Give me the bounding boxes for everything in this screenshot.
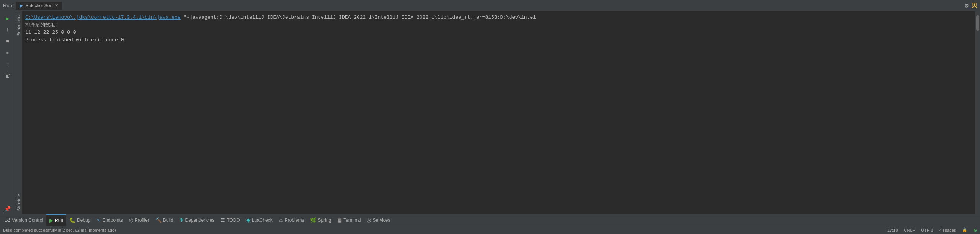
run-tab-icon: ▶	[20, 3, 23, 8]
scrollbar-thumb[interactable]	[976, 15, 979, 31]
line-ending[interactable]: CRLF	[904, 228, 915, 232]
status-bar: Build completed successfully in 2 sec, 6…	[0, 226, 980, 234]
title-bar-right: ⚙ 贝	[965, 2, 977, 10]
settings-icon[interactable]: ⚙	[965, 2, 969, 10]
todo-icon: ☰	[220, 217, 225, 223]
restore-layout-button[interactable]: ≡	[2, 59, 13, 70]
title-bar: Run: ▶ SelectionSort ✕ ⚙ 贝	[0, 0, 980, 11]
toolbar-services[interactable]: ◎ Services	[364, 214, 393, 226]
encoding[interactable]: UTF-8	[921, 228, 933, 232]
debug-label: Debug	[77, 218, 90, 223]
cursor-position[interactable]: 17:18	[887, 228, 898, 232]
main-area: ▶ ↑ ■ ⊞ ≡ 🗑 📌 Bookmarks Structure C:\Use…	[0, 11, 980, 214]
todo-label: TODO	[227, 218, 240, 223]
problems-icon: ⚠	[279, 217, 283, 223]
toolbar-endpoints[interactable]: ∿ Endpoints	[93, 214, 126, 226]
profiler-label: Profiler	[135, 218, 149, 223]
build-label: Build	[163, 218, 173, 223]
dependencies-icon: ❋	[180, 217, 184, 223]
left-sidebar: ▶ ↑ ■ ⊞ ≡ 🗑 📌	[0, 11, 15, 214]
title-bar-left: Run: ▶ SelectionSort ✕	[3, 2, 965, 10]
bookmarks-label[interactable]: Bookmarks	[15, 11, 22, 39]
lock-icon: 🔒	[962, 227, 967, 232]
toolbar-dependencies[interactable]: ❋ Dependencies	[176, 214, 218, 226]
toolbar-problems[interactable]: ⚠ Problems	[276, 214, 307, 226]
console-line-4: Process finished with exit code 0	[25, 36, 972, 44]
java-args: "-javaagent:D:\dev\intelliJ IDEA\Jetbrai…	[181, 14, 536, 21]
dump-threads-button[interactable]: ⊞	[2, 47, 13, 58]
toolbar-build[interactable]: 🔨 Build	[152, 214, 176, 226]
toolbar-version-control[interactable]: ⎇ Version Control	[2, 214, 46, 226]
build-icon: 🔨	[155, 217, 162, 223]
debug-icon: 🐛	[69, 217, 75, 223]
endpoints-icon: ∿	[96, 217, 101, 223]
terminal-label: Terminal	[343, 218, 361, 223]
run-tab-name: SelectionSort	[25, 3, 52, 8]
indent[interactable]: 4 spaces	[939, 228, 956, 232]
user-avatar: 贝	[972, 2, 977, 9]
services-label: Services	[372, 218, 390, 223]
close-output-button[interactable]: 🗑	[2, 70, 13, 81]
structure-label[interactable]: Structure	[15, 191, 22, 214]
endpoints-label: Endpoints	[102, 218, 122, 223]
run-button[interactable]: ▶	[2, 13, 13, 24]
toolbar-luacheck[interactable]: ◉ LuaCheck	[243, 214, 276, 226]
console-scrollbar[interactable]	[975, 11, 980, 214]
status-right: 17:18 CRLF UTF-8 4 spaces 🔒 G	[887, 227, 977, 232]
console-line-3: 11 12 22 25 0 0 0	[25, 29, 972, 36]
spring-icon: 🌿	[310, 217, 316, 223]
services-icon: ◎	[367, 217, 371, 223]
toolbar-todo[interactable]: ☰ TODO	[217, 214, 243, 226]
luacheck-icon: ◉	[246, 217, 250, 223]
version-control-icon: ⎇	[5, 217, 10, 223]
java-exe-path[interactable]: C:\Users\Lenovo\.jdks\corretto-17.0.4.1\…	[25, 14, 181, 21]
terminal-icon: ▦	[337, 217, 342, 223]
bottom-toolbar: ⎇ Version Control ▶ Run 🐛 Debug ∿ Endpoi…	[0, 214, 980, 226]
toolbar-terminal[interactable]: ▦ Terminal	[334, 214, 364, 226]
profiler-icon: ◎	[129, 217, 133, 223]
version-control-label: Version Control	[12, 218, 43, 223]
console-line-2: 排序后的数组:	[25, 21, 972, 29]
problems-label: Problems	[285, 218, 304, 223]
spring-label: Spring	[318, 218, 331, 223]
toolbar-run[interactable]: ▶ Run	[46, 214, 66, 226]
run-toolbar-label: Run	[55, 218, 63, 223]
git-icon[interactable]: G	[973, 228, 977, 232]
rerun-button[interactable]: ↑	[2, 24, 13, 35]
console-line-1: C:\Users\Lenovo\.jdks\corretto-17.0.4.1\…	[25, 14, 972, 21]
dependencies-label: Dependencies	[185, 218, 215, 223]
side-labels: Bookmarks Structure	[15, 11, 22, 214]
toolbar-spring[interactable]: 🌿 Spring	[307, 214, 334, 226]
console-area[interactable]: C:\Users\Lenovo\.jdks\corretto-17.0.4.1\…	[22, 11, 975, 214]
toolbar-debug[interactable]: 🐛 Debug	[66, 214, 93, 226]
run-tab-close[interactable]: ✕	[55, 3, 58, 8]
build-status-message: Build completed successfully in 2 sec, 6…	[3, 228, 887, 232]
stop-button[interactable]: ■	[2, 36, 13, 47]
run-tab[interactable]: ▶ SelectionSort ✕	[16, 2, 62, 10]
run-toolbar-icon: ▶	[49, 218, 53, 223]
toolbar-profiler[interactable]: ◎ Profiler	[126, 214, 152, 226]
run-label: Run:	[3, 3, 13, 8]
luacheck-label: LuaCheck	[252, 218, 273, 223]
pin-button[interactable]: 📌	[2, 203, 13, 214]
